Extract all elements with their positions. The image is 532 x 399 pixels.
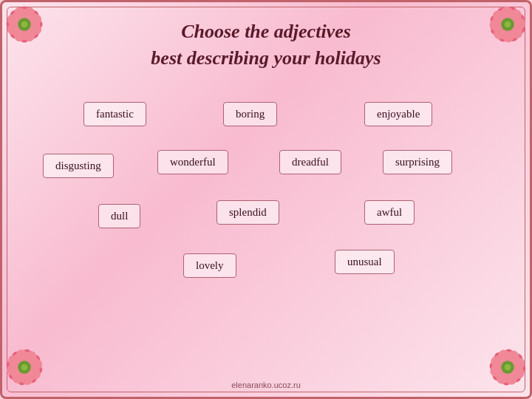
card-boring[interactable]: boring	[223, 102, 277, 126]
card-awful[interactable]: awful	[364, 200, 415, 225]
svg-point-39	[505, 364, 511, 371]
card-fantastic[interactable]: fantastic	[83, 102, 146, 126]
title-line1: Choose the adjectives	[181, 21, 351, 42]
card-splendid[interactable]: splendid	[216, 200, 279, 225]
card-unusual[interactable]: unusual	[335, 250, 395, 274]
title-area: Choose the adjectives best describing yo…	[2, 2, 530, 80]
card-dull[interactable]: dull	[98, 204, 140, 228]
cards-area: fantasticboringenjoyablewonderfuldreadfu…	[2, 80, 530, 361]
svg-point-29	[21, 364, 28, 371]
footer: elenaranko.ucoz.ru	[231, 381, 301, 389]
page: Choose the adjectives best describing yo…	[0, 0, 532, 399]
card-enjoyable[interactable]: enjoyable	[364, 102, 432, 126]
card-wonderful[interactable]: wonderful	[157, 150, 228, 174]
card-dreadful[interactable]: dreadful	[279, 150, 341, 174]
card-disgusting[interactable]: disgusting	[43, 154, 114, 178]
card-surprising[interactable]: surprising	[383, 150, 452, 174]
title-line2: best describing your holidays	[151, 47, 381, 69]
card-lovely[interactable]: lovely	[183, 253, 236, 278]
footer-text: elenaranko.ucoz.ru	[231, 381, 301, 389]
title-text: Choose the adjectives best describing yo…	[2, 18, 530, 72]
